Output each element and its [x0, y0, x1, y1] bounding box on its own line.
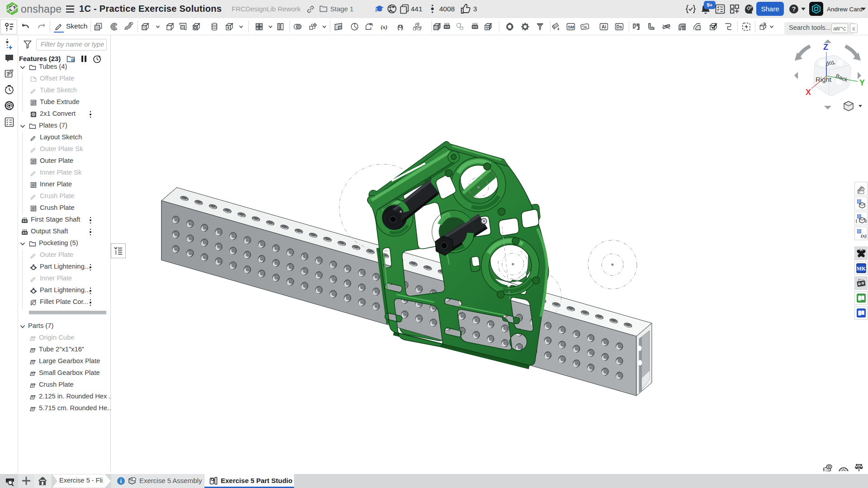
svg-text:SM: SM [568, 24, 574, 29]
svg-text:MK: MK [857, 265, 866, 272]
svg-text:✦: ✦ [859, 278, 860, 280]
svg-text:?: ? [792, 5, 796, 13]
svg-text:(x): (x) [380, 24, 387, 30]
svg-text:Ai: Ai [602, 24, 606, 29]
svg-text:( ): ( ) [398, 24, 403, 30]
svg-text:Y: Y [859, 78, 865, 87]
svg-text:X: X [806, 88, 811, 97]
svg-text:Z: Z [823, 43, 828, 52]
svg-text:Right: Right [816, 76, 832, 83]
svg-text:Ds: Ds [617, 24, 622, 29]
svg-text:(x): (x) [861, 233, 867, 239]
